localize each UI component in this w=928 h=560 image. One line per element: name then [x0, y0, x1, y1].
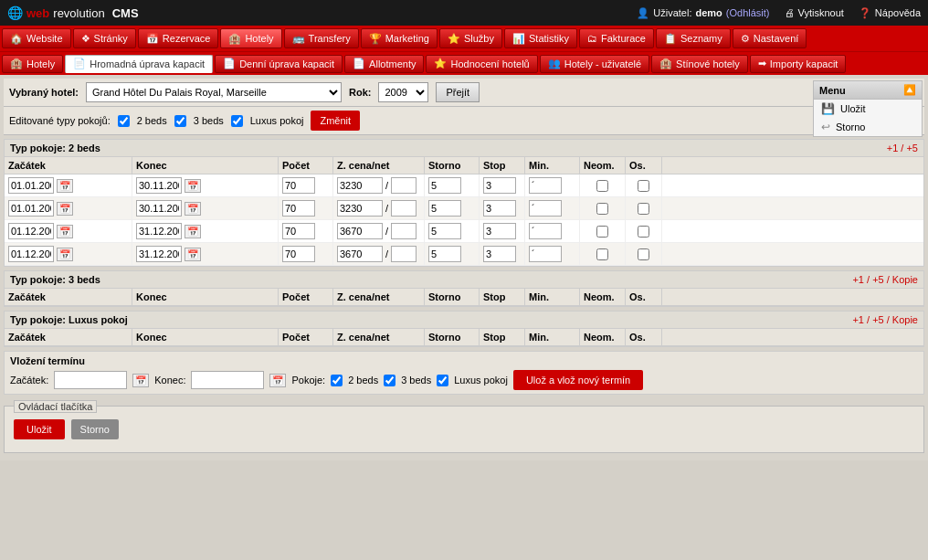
- nav-website[interactable]: 🏠 Website: [2, 28, 71, 48]
- nav-rezervace[interactable]: 📅 Rezervace: [138, 28, 219, 48]
- tab-hodnoceni[interactable]: ⭐ Hodnocení hotelů: [426, 55, 537, 73]
- input-price1[interactable]: [337, 246, 383, 262]
- bottom-cancel-button[interactable]: Storno: [71, 419, 119, 439]
- checkbox-os[interactable]: [638, 226, 649, 238]
- checkbox-os[interactable]: [638, 248, 649, 260]
- checkbox-neom[interactable]: [596, 180, 608, 192]
- zmenit-button[interactable]: Změnit: [311, 111, 360, 131]
- tab-denni[interactable]: 📄 Denní úprava kapacit: [215, 55, 343, 73]
- year-select[interactable]: 2009: [378, 82, 428, 102]
- input-start[interactable]: [8, 223, 54, 239]
- tab-allotmenty[interactable]: 📄 Allotmenty: [344, 55, 424, 73]
- col-count-l: Počet: [279, 329, 333, 345]
- edit-types-row: Editované typy pokojů: 2 beds 3 beds Lux…: [4, 107, 924, 135]
- input-price1[interactable]: [337, 177, 383, 194]
- input-price2[interactable]: [391, 223, 417, 239]
- section-3beds-actions[interactable]: +1 / +5 / Kopie: [852, 274, 918, 285]
- input-min[interactable]: [529, 200, 562, 217]
- input-storno[interactable]: [428, 246, 461, 262]
- checkbox-os[interactable]: [638, 203, 649, 215]
- menu-save-item[interactable]: 💾 Uložit: [814, 100, 922, 118]
- vterm-controls: Začátek: 📅 Konec: 📅 Pokoje: 2 beds 3 bed…: [10, 370, 918, 390]
- nav-transfery[interactable]: 🚌 Transfery: [284, 28, 359, 48]
- input-start[interactable]: [8, 246, 54, 262]
- input-storno[interactable]: [428, 177, 461, 194]
- input-min[interactable]: [529, 177, 562, 194]
- tab-hromadna[interactable]: 📄 Hromadná úprava kapacit: [65, 55, 213, 73]
- cell-start: 📅: [5, 197, 132, 219]
- input-end[interactable]: [136, 200, 182, 217]
- nav-seznamy[interactable]: 📋 Seznamy: [656, 28, 731, 48]
- nav-sluzby[interactable]: ⭐ Služby: [439, 28, 502, 48]
- logout-link[interactable]: (Odhlásit): [726, 7, 770, 18]
- cal-icon-end[interactable]: 📅: [185, 248, 201, 261]
- cal-icon[interactable]: 📅: [57, 248, 73, 261]
- checkbox-neom[interactable]: [596, 248, 608, 260]
- input-count[interactable]: [282, 246, 315, 262]
- input-price1[interactable]: [337, 200, 383, 217]
- input-min[interactable]: [529, 223, 562, 239]
- checkbox-os[interactable]: [638, 180, 649, 192]
- vterm-start-cal[interactable]: 📅: [132, 374, 149, 387]
- cal-icon[interactable]: 📅: [57, 179, 73, 193]
- tab-importy[interactable]: ➡ Importy kapacit: [750, 55, 847, 73]
- nav-hotely[interactable]: 🏨 Hotely: [220, 28, 281, 48]
- print-button[interactable]: 🖨 Vytisknout: [785, 7, 844, 18]
- nav-marketing[interactable]: 🏆 Marketing: [361, 28, 438, 48]
- checkbox-neom[interactable]: [596, 226, 608, 238]
- prejit-button[interactable]: Přejít: [436, 82, 480, 102]
- menu-cancel-label: Storno: [836, 122, 865, 132]
- vterm-checkbox-2beds[interactable]: [331, 375, 343, 386]
- input-stop[interactable]: [483, 200, 516, 217]
- vterm-end-input[interactable]: [191, 371, 264, 389]
- menu-cancel-item[interactable]: ↩ Storno: [814, 118, 922, 136]
- nav-stranky[interactable]: ❖ Stránky: [73, 28, 136, 48]
- input-storno[interactable]: [428, 223, 461, 239]
- vterm-checkbox-luxus[interactable]: [437, 375, 448, 386]
- input-price1[interactable]: [337, 223, 383, 239]
- input-stop[interactable]: [483, 223, 516, 239]
- bottom-save-button[interactable]: Uložit: [14, 419, 65, 439]
- help-button[interactable]: ❓ Nápověda: [859, 7, 921, 19]
- input-price2[interactable]: [391, 200, 417, 217]
- cal-icon-end[interactable]: 📅: [185, 202, 201, 216]
- input-end[interactable]: [136, 246, 182, 262]
- input-stop[interactable]: [483, 177, 516, 194]
- vterm-checkbox-3beds[interactable]: [384, 375, 395, 386]
- nav-fakturace[interactable]: 🗂 Fakturace: [579, 28, 654, 48]
- checkbox-luxus[interactable]: [231, 115, 243, 127]
- input-start[interactable]: [8, 200, 54, 217]
- nav-nastaveni[interactable]: ⚙ Nastavení: [733, 28, 807, 48]
- input-end[interactable]: [136, 223, 182, 239]
- vterm-title: Vložení termínu: [10, 355, 918, 366]
- input-count[interactable]: [282, 177, 315, 194]
- tab-hotely[interactable]: 🏨 Hotely: [2, 55, 63, 73]
- cal-icon[interactable]: 📅: [57, 202, 73, 216]
- input-price2[interactable]: [391, 246, 417, 262]
- vterm-start-label: Začátek:: [10, 375, 48, 386]
- input-count[interactable]: [282, 200, 315, 217]
- input-storno[interactable]: [428, 200, 461, 217]
- checkbox-3beds[interactable]: [174, 115, 186, 127]
- input-stop[interactable]: [483, 246, 516, 262]
- input-count[interactable]: [282, 223, 315, 239]
- vterm-end-cal[interactable]: 📅: [269, 374, 286, 387]
- input-end[interactable]: [136, 177, 182, 194]
- input-start[interactable]: [8, 177, 54, 194]
- checkbox-neom[interactable]: [596, 203, 608, 215]
- cal-icon[interactable]: 📅: [57, 225, 73, 238]
- input-price2[interactable]: [391, 177, 417, 194]
- vterm-start-input[interactable]: [54, 371, 127, 389]
- section-luxus-actions[interactable]: +1 / +5 / Kopie: [852, 314, 918, 325]
- hotel-select[interactable]: Grand Hôtel Du Palais Royal, Marseille: [86, 82, 342, 102]
- tab-stinove[interactable]: 🏨 Stínové hotely: [651, 55, 748, 73]
- cal-icon-end[interactable]: 📅: [185, 179, 201, 193]
- nav-statistiky[interactable]: 📊 Statistiky: [504, 28, 577, 48]
- tab-uzivatele[interactable]: 👥 Hotely - uživatelé: [540, 55, 649, 73]
- cal-icon-end[interactable]: 📅: [185, 225, 201, 238]
- uloz-vloz-button[interactable]: Ulož a vlož nový termín: [513, 370, 643, 390]
- checkbox-2beds[interactable]: [118, 115, 130, 127]
- input-min[interactable]: [529, 246, 562, 262]
- section-2beds-actions[interactable]: +1 / +5: [887, 143, 918, 153]
- menu-collapse-icon[interactable]: 🔼: [903, 84, 916, 96]
